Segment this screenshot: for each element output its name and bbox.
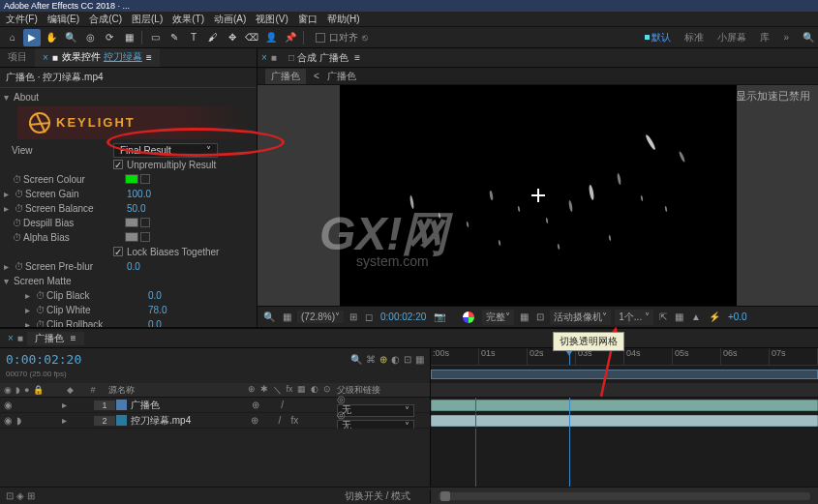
exposure-icon[interactable]: ▲	[689, 311, 703, 322]
clone-tool-icon[interactable]: ✥	[224, 29, 241, 46]
menu-composition[interactable]: 合成(C)	[89, 13, 122, 26]
composition-preview[interactable]	[340, 85, 737, 306]
brush-tool-icon[interactable]: 🖌	[204, 29, 222, 46]
switch-cell[interactable]: ⊕	[251, 415, 258, 426]
alpha-bias-swatch[interactable]	[125, 232, 138, 242]
hand-tool-icon[interactable]: ✋	[43, 29, 60, 46]
pickwhip-icon[interactable]: ◎	[337, 409, 346, 420]
share-icon[interactable]: ⇱	[657, 311, 669, 322]
stopwatch-icon[interactable]: ⏱	[35, 319, 46, 328]
puppet-tool-icon[interactable]: 📌	[282, 29, 299, 46]
composition-tab[interactable]: □ 合成 广播色 ≡	[281, 51, 368, 65]
roi-icon[interactable]: ◻	[363, 311, 375, 322]
guides-icon[interactable]: ⊡	[534, 311, 546, 322]
timeline-layer-row[interactable]: ◉ ◗ ▸ 2 控刀绿幕.mp4 ⊕ / fx ◎ 无˅	[0, 413, 818, 429]
fast-preview-icon[interactable]: ⚡	[707, 311, 722, 322]
layer-bar[interactable]	[431, 400, 818, 411]
switch-cell[interactable]: /	[279, 415, 282, 426]
menu-layer[interactable]: 图层(L)	[132, 13, 163, 26]
selection-tool-icon[interactable]: ▶	[23, 29, 41, 46]
layer-name[interactable]: 控刀绿幕.mp4	[131, 414, 191, 428]
composition-viewer[interactable]: 显示加速已禁用	[258, 85, 818, 306]
expand-about-icon[interactable]: ▾	[4, 92, 14, 103]
panel-menu-icon[interactable]: ■	[52, 52, 58, 63]
col-source-name[interactable]: 源名称	[105, 384, 246, 397]
lock-biases-checkbox[interactable]: ✓	[113, 247, 123, 256]
eyedropper-icon[interactable]	[140, 232, 150, 242]
resolution-dropdown[interactable]: 完整 ˅	[482, 310, 514, 325]
switch-cell[interactable]: ⊕	[252, 400, 259, 410]
timecode-button[interactable]: 0:00:02:20	[379, 311, 428, 322]
expand-icon[interactable]: ▸	[4, 203, 14, 214]
clip-rollback-value[interactable]: 0.0	[148, 319, 162, 328]
layer-bar[interactable]	[431, 415, 818, 427]
expand-icon[interactable]: ▸	[4, 261, 14, 272]
eye-icon[interactable]: ◉	[4, 415, 13, 426]
panel-menu-icon[interactable]: ≡	[354, 52, 360, 63]
breadcrumb-item[interactable]: 广播色	[265, 69, 306, 84]
text-tool-icon[interactable]: T	[185, 29, 202, 46]
screen-balance-value[interactable]: 50.0	[127, 203, 145, 214]
panel-menu-icon[interactable]: ≡	[71, 333, 76, 343]
expand-layer-icon[interactable]: ▸	[58, 400, 70, 410]
menu-effect[interactable]: 效果(T)	[172, 13, 204, 26]
switch-cell[interactable]: /	[281, 400, 284, 410]
project-tab[interactable]: 项目	[0, 48, 35, 67]
roto-tool-icon[interactable]: 👤	[262, 29, 280, 46]
layer-label-color[interactable]	[70, 420, 93, 422]
stopwatch-icon[interactable]: ⏱	[14, 189, 25, 199]
menu-window[interactable]: 窗口	[298, 13, 318, 26]
toggle-3-icon[interactable]: ⊞	[27, 490, 35, 501]
menu-animation[interactable]: 动画(A)	[214, 13, 246, 26]
view-dropdown[interactable]: Final Result˅	[113, 143, 218, 158]
tl-blur-icon[interactable]: ◐	[391, 354, 400, 365]
toggle-1-icon[interactable]: ⊡	[6, 490, 14, 501]
search-help-icon[interactable]: 🔍	[803, 31, 814, 44]
effect-controls-tab[interactable]: × ■ 效果控件 控刀绿幕 ≡	[35, 48, 160, 67]
tl-3d-icon[interactable]: ▦	[415, 354, 424, 365]
workspace-library[interactable]: 库	[760, 31, 770, 44]
fx-switch[interactable]: fx	[290, 415, 298, 426]
effect-target-link[interactable]: 控刀绿幕	[104, 50, 142, 64]
magnify-icon[interactable]: 🔍	[261, 311, 277, 322]
stopwatch-icon[interactable]: ⏱	[12, 174, 23, 185]
screen-gain-value[interactable]: 100.0	[127, 189, 151, 199]
pen-tool-icon[interactable]: ✎	[166, 29, 183, 46]
snapshot-icon[interactable]: 📷	[432, 311, 447, 322]
eyedropper-icon[interactable]	[140, 174, 150, 184]
current-timecode[interactable]: 0:00:02:20	[6, 352, 81, 367]
transparency-icon[interactable]: ▦	[518, 311, 530, 322]
rotate-tool-icon[interactable]: ⟳	[101, 29, 118, 46]
tl-graph-icon[interactable]: ⊡	[404, 354, 411, 365]
audio-icon[interactable]: ◗	[16, 415, 21, 426]
resolution-icon[interactable]: ⊞	[348, 311, 359, 322]
clip-black-value[interactable]: 0.0	[148, 290, 162, 301]
stopwatch-icon[interactable]: ⏱	[12, 232, 23, 243]
timeline-zoom-slider[interactable]	[431, 488, 818, 505]
orbit-tool-icon[interactable]: ◎	[81, 29, 99, 46]
expand-icon[interactable]: ▸	[25, 305, 35, 315]
clip-white-value[interactable]: 78.0	[148, 305, 167, 315]
workspace-default[interactable]: 默认	[645, 31, 671, 44]
expand-screen-matte-icon[interactable]: ▾	[4, 276, 14, 286]
tl-shy-icon[interactable]: ⌘	[366, 354, 376, 365]
stopwatch-icon[interactable]: ⏱	[12, 218, 23, 228]
layer-name[interactable]: 广播色	[131, 399, 160, 412]
zoom-dropdown[interactable]: (72.8%) ˅	[297, 311, 344, 323]
lock-icon[interactable]: ■	[271, 52, 277, 63]
rect-tool-icon[interactable]: ▭	[146, 29, 164, 46]
screen-colour-swatch[interactable]	[125, 174, 138, 184]
menu-edit[interactable]: 编辑(E)	[47, 13, 79, 26]
alpha-icon[interactable]: ▦	[281, 311, 293, 322]
view-count-dropdown[interactable]: 1个... ˅	[615, 310, 653, 325]
expand-layer-icon[interactable]: ▸	[58, 415, 70, 426]
unpremult-checkbox[interactable]: ✓	[113, 160, 123, 169]
grid-icon[interactable]: ▦	[673, 311, 685, 322]
switch-mode-toggle[interactable]: 切换开关 / 模式	[345, 489, 430, 503]
pickwhip-icon[interactable]: ◎	[337, 394, 346, 404]
snap-checkbox[interactable]	[316, 33, 325, 43]
expand-icon[interactable]: ▸	[25, 319, 35, 328]
stopwatch-icon[interactable]: ⏱	[35, 290, 46, 301]
exposure-value[interactable]: +0.0	[726, 311, 749, 322]
workspace-standard[interactable]: 标准	[684, 31, 704, 44]
